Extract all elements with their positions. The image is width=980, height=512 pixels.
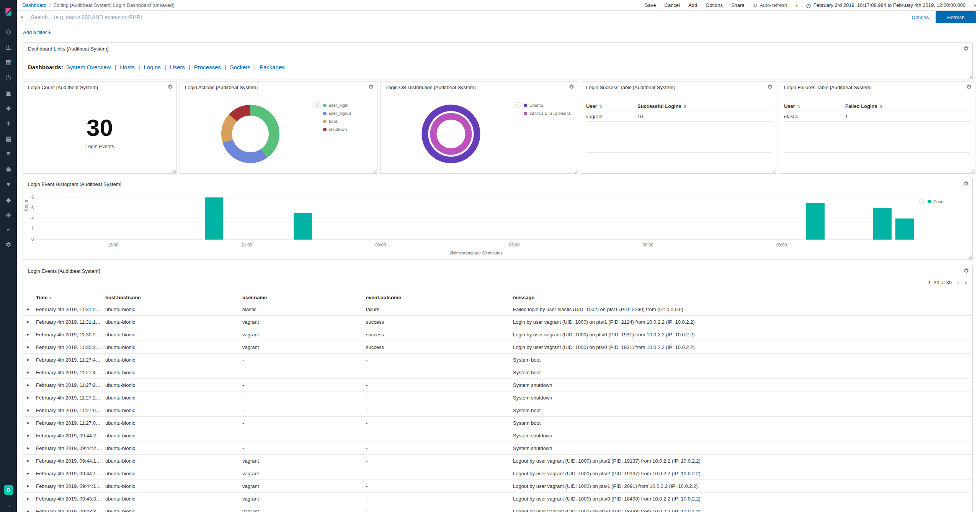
sidebar-item-discover[interactable]: ◎ bbox=[0, 24, 17, 39]
panel-resize-handle[interactable] bbox=[967, 74, 972, 79]
column-header-time[interactable]: Time▾ bbox=[36, 295, 105, 300]
column-header-event-outcome[interactable]: event.outcome bbox=[366, 295, 513, 300]
table-row[interactable]: ▶February 4th 2019, 11:27:49.056ubuntu-b… bbox=[23, 366, 972, 379]
table-row[interactable]: ▶February 4th 2019, 09:43:38.665ubuntu-b… bbox=[23, 505, 972, 512]
table-row[interactable]: ▶February 4th 2019, 11:27:04.700ubuntu-b… bbox=[23, 404, 972, 417]
top-menu-save-button[interactable]: Save bbox=[645, 2, 656, 8]
table-row[interactable]: ▶February 4th 2019, 11:27:22.431ubuntu-b… bbox=[23, 379, 972, 391]
legend-item-18-04-1-lts-bionic-b[interactable]: 18.04.1 LTS (Bionic B... bbox=[524, 111, 573, 116]
kibana-logo[interactable] bbox=[0, 0, 17, 24]
table-row[interactable]: ▶February 4th 2019, 09:44:19.547ubuntu-b… bbox=[23, 467, 972, 480]
column-header-host-hostname[interactable]: host.hostname bbox=[105, 295, 242, 300]
legend-item-user-login[interactable]: user_login bbox=[323, 103, 351, 108]
row-expand-icon[interactable]: ▶ bbox=[27, 434, 36, 437]
top-menu-options-button[interactable]: Options bbox=[706, 2, 723, 8]
sidebar-item-dev-tools[interactable]: ⊕ bbox=[0, 207, 17, 223]
time-forward-button[interactable]: › bbox=[974, 2, 976, 8]
dashboard-link-processes[interactable]: Processes bbox=[194, 64, 221, 70]
column-header-user-name[interactable]: user.name bbox=[242, 295, 366, 300]
histogram-bar[interactable] bbox=[873, 208, 892, 240]
search-input[interactable] bbox=[31, 11, 908, 24]
legend-item-user-logout[interactable]: user_logout bbox=[323, 111, 351, 116]
sidebar-item-timelion[interactable]: ◷ bbox=[0, 70, 17, 85]
table-row[interactable]: ▶February 4th 2019, 09:44:19.095ubuntu-b… bbox=[23, 480, 972, 492]
legend-collapse-icon[interactable]: ‹ bbox=[515, 102, 521, 108]
query-options-link[interactable]: Options bbox=[911, 15, 929, 20]
top-menu-add-button[interactable]: Add bbox=[688, 2, 697, 8]
sidebar-item-management[interactable] bbox=[0, 238, 17, 253]
dashboard-link-logins[interactable]: Logins bbox=[144, 64, 161, 70]
legend-collapse-icon[interactable]: ‹ bbox=[315, 102, 320, 108]
sidebar-item-machine-learning[interactable]: ∗ bbox=[0, 116, 17, 131]
pagination-prev-button[interactable]: ‹ bbox=[957, 279, 959, 286]
time-back-button[interactable]: ‹ bbox=[795, 2, 798, 8]
row-expand-icon[interactable]: ▶ bbox=[27, 509, 36, 512]
panel-gear-icon[interactable] bbox=[963, 181, 969, 187]
column-header-user[interactable]: User⇅ bbox=[784, 103, 845, 109]
legend-item-count[interactable]: Count bbox=[928, 199, 944, 204]
top-menu-share-button[interactable]: Share bbox=[731, 2, 745, 8]
table-row[interactable]: ▶February 4th 2019, 09:44:20.065ubuntu-b… bbox=[23, 429, 972, 442]
column-header-user[interactable]: User⇅ bbox=[586, 103, 637, 109]
sidebar-item-maps[interactable]: ◈ bbox=[0, 100, 17, 116]
dashboard-link-sockets[interactable]: Sockets bbox=[230, 64, 250, 70]
table-row[interactable]: ▶February 4th 2019, 11:31:12.806ubuntu-b… bbox=[23, 316, 972, 328]
table-row[interactable]: ▶February 4th 2019, 11:31:25.403ubuntu-b… bbox=[23, 303, 972, 316]
panel-resize-handle[interactable] bbox=[572, 168, 577, 173]
refresh-button[interactable]: Refresh bbox=[936, 11, 976, 23]
histogram-bar[interactable] bbox=[205, 197, 223, 240]
add-filter-link[interactable]: Add a filter + bbox=[23, 29, 51, 35]
table-row[interactable]: ▶February 4th 2019, 11:30:21.341ubuntu-b… bbox=[23, 341, 972, 354]
top-menu-cancel-button[interactable]: Cancel bbox=[665, 2, 680, 8]
row-expand-icon[interactable]: ▶ bbox=[27, 358, 36, 362]
legend-item-ubuntu[interactable]: Ubuntu bbox=[524, 103, 573, 108]
auto-refresh-button[interactable]: ↻ Auto-refresh bbox=[753, 2, 787, 8]
donut-slice-18-04-1-lts-bionic-b[interactable] bbox=[433, 116, 469, 152]
histogram-bar[interactable] bbox=[294, 213, 312, 240]
panel-gear-icon[interactable] bbox=[963, 268, 969, 274]
panel-gear-icon[interactable] bbox=[767, 84, 773, 90]
table-row[interactable]: ▶February 4th 2019, 11:27:04.700ubuntu-b… bbox=[23, 417, 972, 429]
panel-resize-handle[interactable] bbox=[372, 168, 377, 173]
sidebar-item-graph[interactable]: ◆ bbox=[0, 192, 17, 207]
sidebar-item-monitoring[interactable]: ≈ bbox=[0, 223, 17, 238]
row-expand-icon[interactable]: ▶ bbox=[27, 446, 36, 450]
login-os-donut[interactable] bbox=[418, 101, 483, 166]
row-expand-icon[interactable]: ▶ bbox=[27, 396, 36, 399]
table-row[interactable]: ▶February 4th 2019, 11:27:22.431ubuntu-b… bbox=[23, 391, 972, 404]
panel-gear-icon[interactable] bbox=[966, 84, 972, 90]
row-expand-icon[interactable]: ▶ bbox=[27, 307, 36, 311]
table-row[interactable]: ▶February 4th 2019, 11:30:21.341ubuntu-b… bbox=[23, 328, 972, 341]
row-expand-icon[interactable]: ▶ bbox=[27, 383, 36, 387]
legend-item-boot[interactable]: boot bbox=[323, 119, 351, 124]
row-expand-icon[interactable]: ▶ bbox=[27, 459, 36, 463]
row-expand-icon[interactable]: ▶ bbox=[27, 471, 36, 475]
sidebar-item-infrastructure[interactable]: ▤ bbox=[0, 131, 17, 146]
column-header-successful-logins[interactable]: Successful Logins⇅ bbox=[637, 103, 771, 109]
table-row[interactable]: ▶February 4th 2019, 09:44:20.065ubuntu-b… bbox=[23, 442, 972, 455]
panel-resize-handle[interactable] bbox=[771, 168, 776, 173]
dashboard-link-hosts[interactable]: Hosts bbox=[120, 64, 134, 70]
column-header-message[interactable]: message bbox=[513, 295, 972, 300]
space-badge[interactable]: D bbox=[4, 485, 13, 495]
sidebar-item-canvas[interactable]: ▣ bbox=[0, 85, 17, 100]
dashboard-link-system-overview[interactable]: System Overview bbox=[66, 64, 111, 70]
sidebar-expand-icon[interactable]: → bbox=[6, 502, 11, 508]
row-expand-icon[interactable]: ▶ bbox=[27, 484, 36, 488]
row-expand-icon[interactable]: ▶ bbox=[27, 497, 36, 501]
sidebar-item-logs[interactable]: ≡ bbox=[0, 146, 17, 161]
sidebar-item-apm[interactable]: ◉ bbox=[0, 161, 17, 177]
table-row[interactable]: ▶February 4th 2019, 09:43:38.665ubuntu-b… bbox=[23, 492, 972, 505]
sidebar-item-uptime[interactable]: ♥ bbox=[0, 177, 17, 192]
panel-gear-icon[interactable] bbox=[568, 84, 575, 90]
panel-resize-handle[interactable] bbox=[967, 254, 972, 259]
table-row[interactable]: ▶February 4th 2019, 11:27:49.056ubuntu-b… bbox=[23, 354, 972, 366]
row-expand-icon[interactable]: ▶ bbox=[27, 345, 36, 349]
legend-collapse-icon[interactable]: ‹ bbox=[919, 199, 925, 204]
sidebar-item-visualize[interactable]: ◫ bbox=[0, 39, 17, 54]
row-expand-icon[interactable]: ▶ bbox=[27, 421, 36, 425]
panel-gear-icon[interactable] bbox=[368, 84, 374, 90]
time-range-picker[interactable]: ◷ February 3rd 2019, 16:17:08.984 to Feb… bbox=[806, 2, 966, 8]
row-expand-icon[interactable]: ▶ bbox=[27, 408, 36, 412]
dashboard-link-packages[interactable]: Packages bbox=[260, 64, 285, 70]
